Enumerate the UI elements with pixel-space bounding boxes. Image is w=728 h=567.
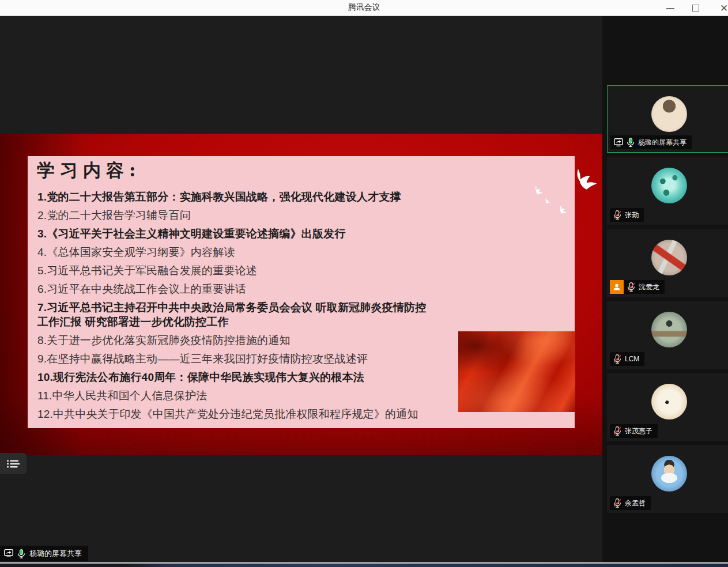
- slide-list-item: 3.《习近平关于社会主义精神文明建设重要论述摘编》出版发行: [37, 226, 568, 241]
- member-list-toggle-button[interactable]: [0, 453, 27, 474]
- participant-name: 张茂惠子: [625, 426, 652, 436]
- participant-name-chip: 余孟哲: [610, 496, 651, 510]
- participant-tile-yumengzhe[interactable]: 余孟哲: [607, 445, 728, 513]
- participant-tile-lcm[interactable]: LCM: [607, 301, 728, 369]
- mic-muted-icon: [613, 210, 621, 220]
- mic-on-icon: [627, 138, 635, 147]
- tencent-meeting-window: { "window": { "title": "腾讯会议" }, "slide"…: [0, 0, 728, 567]
- participant-tile-shenailong[interactable]: 沈爱龙: [607, 229, 728, 297]
- participant-name: LCM: [625, 355, 639, 363]
- share-status-label: 杨璐的屏幕共享: [29, 549, 82, 559]
- participant-tile-zhangmaohuizi[interactable]: 张茂惠子: [607, 373, 728, 441]
- mic-muted-icon: [613, 354, 621, 364]
- mic-muted-icon: [613, 426, 621, 436]
- mic-on-icon: [17, 549, 25, 558]
- screen-share-icon: [4, 549, 13, 558]
- mic-muted-icon: [613, 498, 621, 508]
- titlebar: 腾讯会议 ✕: [0, 0, 728, 16]
- list-icon: [7, 459, 20, 468]
- slide-content-panel: 学习内容: 1.党的二十大报告第五部分：实施科教兴国战略，强化现代化建设人才支撑…: [28, 156, 575, 428]
- participant-name-chip: 沈爱龙: [610, 280, 665, 294]
- participant-name-chip: 张勤: [610, 208, 644, 222]
- participant-name: 余孟哲: [625, 498, 646, 508]
- avatar: [651, 384, 687, 419]
- slide-list-item: 1.党的二十大报告第五部分：实施科教兴国战略，强化现代化建设人才支撑: [37, 190, 568, 204]
- close-button[interactable]: ✕: [716, 0, 728, 16]
- participant-name-chip: LCM: [610, 352, 644, 366]
- slide-list-item: 7.习近平总书记主持召开中共中央政治局常务委员会会议 听取新冠肺炎疫情防控 工作…: [37, 300, 568, 329]
- shared-slide: 学习内容: 1.党的二十大报告第五部分：实施科教兴国战略，强化现代化建设人才支撑…: [0, 134, 602, 455]
- member-badge-icon: [610, 280, 624, 294]
- slide-list-item: 6.习近平在中央统战工作会议上的重要讲话: [37, 282, 568, 296]
- minimize-button[interactable]: [662, 0, 679, 16]
- avatar: [651, 456, 687, 492]
- slide-list-item: 5.习近平总书记关于军民融合发展的重要论述: [37, 263, 568, 278]
- maximize-icon: [692, 5, 699, 12]
- mic-muted-icon: [627, 282, 635, 292]
- slide-list-item: 4.《总体国家安全观学习纲要》内容解读: [37, 245, 568, 259]
- participant-name: 杨璐的屏幕共享: [638, 138, 686, 148]
- slide-list-item: 2.党的二十大报告学习辅导百问: [37, 208, 568, 222]
- avatar: [651, 312, 687, 347]
- participant-name: 沈爱龙: [639, 282, 659, 292]
- occluded-window-edge: [0, 562, 728, 567]
- close-icon: ✕: [720, 2, 728, 14]
- screen-share-status-chip: 杨璐的屏幕共享: [0, 546, 88, 561]
- avatar: [651, 240, 687, 275]
- participant-sidebar: 杨璐的屏幕共享 张勤 沈爱龙 LCM: [602, 16, 728, 563]
- minimize-icon: [666, 8, 674, 9]
- screen-share-icon: [614, 138, 623, 147]
- avatar: [651, 96, 687, 132]
- red-silk-image: [458, 331, 575, 412]
- avatar: [651, 168, 687, 203]
- participant-name-chip: 张茂惠子: [610, 424, 658, 438]
- participant-name: 张勤: [625, 210, 639, 220]
- participant-name-chip: 杨璐的屏幕共享: [610, 135, 692, 149]
- participant-tile-yanglu[interactable]: 杨璐的屏幕共享: [607, 85, 728, 153]
- slide-title: 学习内容:: [37, 158, 141, 183]
- maximize-button[interactable]: [687, 0, 704, 16]
- window-title: 腾讯会议: [348, 2, 380, 13]
- participant-tile-zhangqin[interactable]: 张勤: [607, 157, 728, 225]
